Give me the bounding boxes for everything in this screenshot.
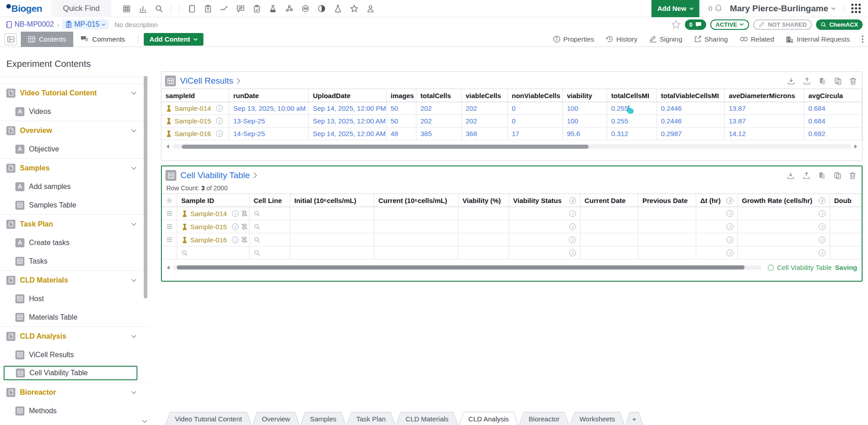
molecule-icon[interactable] bbox=[285, 5, 293, 13]
scroll-left-icon[interactable] bbox=[166, 144, 170, 149]
table-cell[interactable] bbox=[830, 246, 861, 259]
chevron-down-icon[interactable] bbox=[131, 391, 137, 394]
column-settings-gear[interactable] bbox=[162, 194, 177, 207]
task-clipboard-icon[interactable] bbox=[252, 5, 261, 13]
table-cell[interactable]: i bbox=[696, 207, 738, 220]
search-icon[interactable] bbox=[254, 250, 260, 256]
sample-name[interactable]: Sample-014 bbox=[175, 104, 211, 112]
table-cell[interactable]: 0.312 bbox=[607, 128, 657, 140]
vicell-column-header[interactable]: avgCircula bbox=[804, 89, 862, 102]
table-cell[interactable]: 202 bbox=[416, 102, 462, 114]
chevron-down-icon[interactable] bbox=[131, 222, 137, 226]
sidebar-section-bioreactor[interactable]: Bioreactor bbox=[0, 383, 149, 401]
cell-line-search-cell[interactable] bbox=[250, 246, 290, 259]
search-icon[interactable] bbox=[254, 236, 260, 243]
sidebar-section-cld-materials[interactable]: CLD Materials bbox=[0, 271, 149, 289]
table-cell[interactable] bbox=[580, 220, 638, 233]
sheet-tab-cld-analysis[interactable]: CLD Analysis bbox=[459, 412, 518, 425]
drag-handle-icon[interactable] bbox=[166, 237, 173, 242]
cell-line-search-cell[interactable] bbox=[250, 233, 290, 246]
scroll-left-icon[interactable] bbox=[166, 265, 170, 270]
table-cell[interactable] bbox=[830, 220, 861, 233]
cv-column-header[interactable]: Growth Rate (cells/hr)i bbox=[738, 194, 830, 207]
info-icon[interactable]: i bbox=[216, 130, 223, 137]
download-icon[interactable] bbox=[787, 77, 795, 85]
table-cell[interactable] bbox=[374, 233, 458, 246]
table-cell[interactable]: i bbox=[738, 233, 830, 246]
table-cell[interactable]: i bbox=[509, 220, 580, 233]
sample-name[interactable]: Sample-015 bbox=[190, 223, 227, 231]
table-cell[interactable]: i bbox=[738, 220, 830, 233]
vicell-table-title[interactable]: ViCell Results bbox=[180, 76, 233, 86]
cv-column-header[interactable]: Doub bbox=[830, 194, 861, 207]
table-cell[interactable] bbox=[580, 233, 638, 246]
table-cell[interactable]: 17 bbox=[508, 128, 563, 140]
star-icon[interactable] bbox=[671, 20, 681, 29]
chat-sync-icon[interactable] bbox=[236, 5, 245, 13]
table-cell[interactable]: 0 bbox=[508, 115, 563, 127]
internal-requests-button[interactable]: Internal Requests bbox=[786, 35, 850, 43]
hexagon-badge-icon[interactable] bbox=[301, 5, 310, 13]
cv-column-header[interactable]: Δt (hr)i bbox=[696, 194, 738, 207]
sheet-tab-worksheets[interactable]: Worksheets bbox=[570, 412, 625, 425]
info-icon[interactable]: i bbox=[232, 210, 239, 217]
sidebar-item-objective[interactable]: AObjective bbox=[0, 140, 149, 158]
copy-icon[interactable] bbox=[834, 77, 842, 85]
table-cell[interactable] bbox=[290, 246, 374, 259]
sample-name[interactable]: Sample-016 bbox=[175, 130, 211, 137]
table-cell[interactable]: Sep 14, 2025, 12:00 AM bbox=[309, 128, 387, 140]
bar-chart-icon[interactable] bbox=[138, 5, 147, 13]
chevron-right-icon[interactable] bbox=[253, 172, 257, 179]
add-new-button[interactable]: Add New bbox=[651, 0, 699, 17]
sample-link[interactable]: Sample-014i bbox=[177, 207, 250, 220]
sheet-tab-samples[interactable]: Samples bbox=[301, 412, 346, 425]
sample-search-cell[interactable] bbox=[177, 246, 250, 259]
scrollbar-thumb[interactable] bbox=[177, 265, 745, 269]
sample-name[interactable]: Sample-016 bbox=[190, 236, 227, 244]
chemistry-beaker-icon[interactable] bbox=[269, 5, 277, 13]
vicell-column-header[interactable]: totalCellsMI bbox=[607, 89, 657, 102]
table-cell[interactable] bbox=[580, 246, 638, 259]
signing-button[interactable]: Signing bbox=[649, 35, 682, 43]
table-cell[interactable]: i bbox=[696, 220, 738, 233]
notebook-link[interactable]: NB-MP0002 bbox=[5, 20, 54, 28]
sidebar-item-create-tasks[interactable]: ACreate tasks bbox=[0, 233, 149, 252]
table-cell[interactable] bbox=[458, 207, 509, 220]
vicell-column-header[interactable]: sampleId bbox=[161, 89, 229, 102]
star-icon[interactable] bbox=[350, 5, 359, 13]
row-drag-handle[interactable] bbox=[162, 233, 177, 246]
gear-icon[interactable] bbox=[166, 197, 173, 204]
table-cell[interactable] bbox=[638, 233, 696, 246]
trash-icon[interactable] bbox=[849, 172, 856, 179]
sidebar-section-task-plan[interactable]: Task Plan bbox=[0, 215, 149, 233]
vicell-column-header[interactable]: totalCells bbox=[416, 89, 462, 102]
comments-count-pill[interactable]: 0 bbox=[685, 19, 706, 30]
contrast-icon[interactable] bbox=[317, 5, 326, 13]
sample-name[interactable]: Sample-015 bbox=[175, 117, 211, 125]
info-icon[interactable]: i bbox=[819, 236, 826, 243]
info-icon[interactable]: i bbox=[232, 236, 239, 243]
cv-column-header[interactable]: Current (10⁶cells/mL) bbox=[374, 194, 458, 207]
table-cell[interactable]: 368 bbox=[462, 128, 508, 140]
sheet-tab-cld-materials[interactable]: CLD Materials bbox=[396, 412, 458, 425]
table-cell[interactable] bbox=[290, 220, 374, 233]
info-icon[interactable]: i bbox=[819, 250, 826, 256]
collapse-sidebar-button[interactable] bbox=[5, 33, 17, 45]
sidebar-scrollbar[interactable] bbox=[144, 76, 147, 298]
row-drag-handle[interactable] bbox=[162, 207, 177, 220]
cell-line-search-cell[interactable] bbox=[250, 207, 290, 220]
table-cell[interactable]: 50 bbox=[387, 115, 416, 127]
unlink-icon[interactable] bbox=[241, 236, 248, 243]
copy-icon[interactable] bbox=[834, 172, 841, 179]
apps-grid-icon[interactable] bbox=[844, 4, 861, 13]
info-icon[interactable]: i bbox=[726, 236, 733, 243]
table-cell[interactable] bbox=[458, 246, 509, 259]
vicell-column-header[interactable]: UploadDate bbox=[309, 89, 387, 102]
cv-column-header[interactable]: Previous Date bbox=[638, 194, 696, 207]
table-cell[interactable]: i bbox=[696, 246, 738, 259]
vicell-column-header[interactable]: viability bbox=[563, 89, 607, 102]
table-cell[interactable] bbox=[830, 207, 861, 220]
sidebar-item-tasks[interactable]: Tasks bbox=[0, 252, 149, 270]
info-icon[interactable]: i bbox=[569, 250, 576, 256]
info-icon[interactable]: i bbox=[726, 250, 733, 256]
